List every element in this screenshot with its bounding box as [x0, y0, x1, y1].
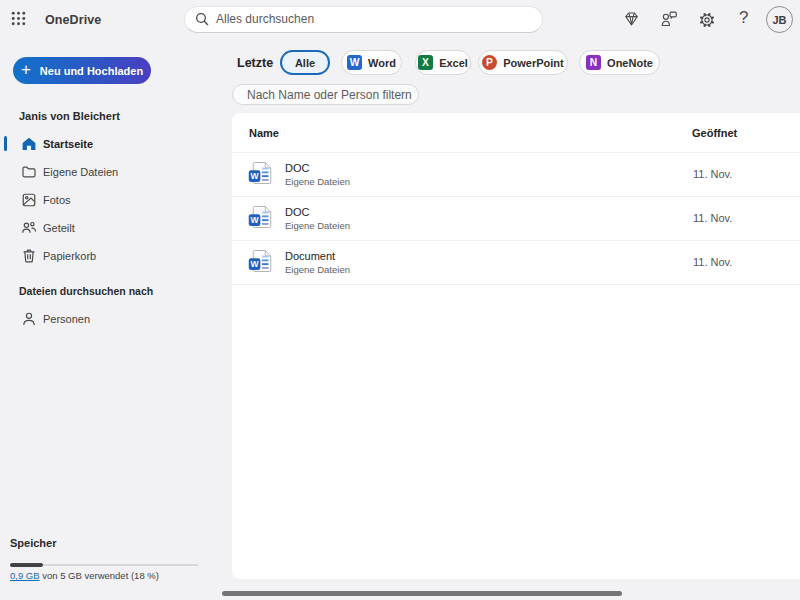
svg-text:W: W	[350, 57, 360, 68]
svg-text:P: P	[486, 57, 493, 68]
svg-text:X: X	[422, 57, 429, 68]
svg-text:W: W	[251, 171, 260, 181]
svg-text:W: W	[251, 215, 260, 225]
svg-text:W: W	[251, 259, 260, 269]
svg-text:N: N	[590, 57, 597, 68]
